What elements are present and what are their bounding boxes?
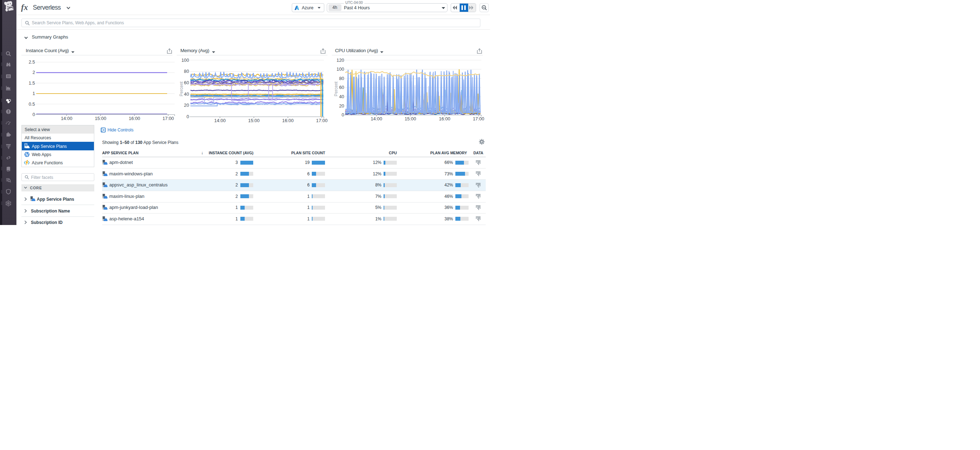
svg-text:15:00: 15:00 <box>248 118 259 123</box>
svg-text:17:00: 17:00 <box>473 116 484 121</box>
svg-text:15:00: 15:00 <box>405 116 416 121</box>
svg-text:40: 40 <box>184 91 189 97</box>
svg-text:16:00: 16:00 <box>439 116 450 121</box>
svg-text:120: 120 <box>337 57 344 63</box>
svg-text:14:00: 14:00 <box>214 118 225 123</box>
svg-text:100: 100 <box>337 67 344 72</box>
svg-text:40: 40 <box>339 94 344 99</box>
svg-text:14:00: 14:00 <box>61 116 73 121</box>
svg-text:0: 0 <box>186 114 189 119</box>
svg-text:16:00: 16:00 <box>129 116 140 121</box>
svg-text:60: 60 <box>339 85 344 91</box>
svg-text:Percent: Percent <box>179 81 184 97</box>
svg-text:80: 80 <box>339 76 344 81</box>
svg-text:60: 60 <box>184 80 189 85</box>
svg-text:1.5: 1.5 <box>29 80 35 86</box>
svg-text:1: 1 <box>32 91 35 96</box>
svg-text:2: 2 <box>32 70 35 75</box>
svg-text:15:00: 15:00 <box>95 116 107 121</box>
svg-text:17:00: 17:00 <box>162 116 174 121</box>
svg-text:17:00: 17:00 <box>316 118 328 123</box>
svg-text:20: 20 <box>184 102 189 108</box>
svg-text:16:00: 16:00 <box>282 118 294 123</box>
svg-text:80: 80 <box>184 68 189 74</box>
svg-text:20: 20 <box>339 103 344 108</box>
svg-text:0: 0 <box>32 112 35 117</box>
svg-text:Percent: Percent <box>334 81 339 97</box>
svg-text:0.5: 0.5 <box>29 102 35 107</box>
svg-text:100: 100 <box>181 57 189 63</box>
svg-text:14:00: 14:00 <box>371 116 382 121</box>
svg-text:2.5: 2.5 <box>29 59 35 65</box>
svg-text:0: 0 <box>342 112 344 118</box>
